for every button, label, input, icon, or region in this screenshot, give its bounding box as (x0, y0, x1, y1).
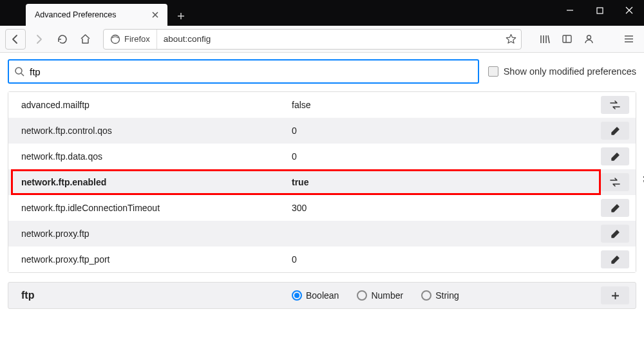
library-icon[interactable] (535, 29, 555, 50)
radio-label: Boolean (306, 290, 339, 301)
browser-tab[interactable]: Advanced Preferences (26, 4, 167, 26)
checkbox-icon (488, 66, 498, 77)
new-tab-button[interactable] (171, 6, 191, 26)
tab-close-icon[interactable] (149, 9, 161, 21)
edit-button[interactable] (601, 199, 629, 217)
radio-icon (292, 290, 302, 301)
add-pref-row: ftp BooleanNumberString (8, 282, 636, 309)
edit-button[interactable] (601, 147, 629, 165)
pref-name: network.ftp.data.qos (8, 151, 292, 162)
add-pref-type-radios: BooleanNumberString (292, 290, 459, 301)
radio-icon (357, 290, 367, 301)
svg-rect-0 (597, 8, 603, 14)
pref-search-box[interactable] (8, 59, 479, 84)
home-button[interactable] (75, 29, 95, 50)
pref-value: 0 (292, 254, 601, 265)
radio-label: Number (371, 290, 403, 301)
pref-row[interactable]: network.ftp.data.qos0 (8, 144, 636, 169)
pref-value: true (292, 177, 601, 187)
add-pref-name: ftp (8, 290, 292, 301)
show-modified-checkbox[interactable]: Show only modified preferences (488, 66, 636, 77)
prefs-table: advanced.mailftpfalsenetwork.ftp.control… (8, 91, 636, 273)
type-radio-string[interactable]: String (421, 290, 459, 301)
pref-row[interactable]: advanced.mailftpfalse (8, 92, 636, 118)
pref-row[interactable]: network.proxy.ftp_port0 (8, 247, 636, 272)
reload-button[interactable] (52, 29, 72, 50)
pref-name: advanced.mailftp (8, 100, 292, 110)
nav-toolbar: Firefox about:config (0, 26, 644, 53)
pref-name: network.proxy.ftp (8, 228, 292, 239)
toggle-button[interactable] (601, 173, 629, 191)
titlebar: Advanced Preferences (0, 0, 644, 26)
svg-point-4 (587, 35, 591, 39)
pref-name: network.ftp.enabled (8, 177, 292, 187)
pref-name: network.ftp.control.qos (8, 126, 292, 136)
pref-row[interactable]: network.proxy.ftp (8, 221, 636, 247)
about-config-content: Show only modified preferences advanced.… (0, 53, 644, 315)
pref-row[interactable]: network.ftp.idleConnectionTimeout300 (8, 195, 636, 221)
pref-value: 300 (292, 203, 601, 213)
hamburger-menu-icon[interactable] (618, 29, 639, 50)
pref-row[interactable]: network.ftp.enabledtrue (8, 169, 636, 195)
window-close-button[interactable] (614, 0, 644, 21)
search-icon (14, 66, 24, 77)
url-text: about:config (157, 34, 500, 44)
pref-value: 0 (292, 151, 601, 162)
edit-button[interactable] (601, 250, 629, 268)
account-icon[interactable] (578, 29, 599, 50)
pref-name: network.ftp.idleConnectionTimeout (8, 203, 292, 213)
pref-name: network.proxy.ftp_port (8, 254, 292, 265)
bookmark-star-icon[interactable] (500, 33, 521, 44)
sidebar-icon[interactable] (556, 29, 577, 50)
radio-label: String (435, 290, 459, 301)
radio-icon (421, 290, 431, 301)
type-radio-number[interactable]: Number (357, 290, 403, 301)
svg-line-6 (21, 73, 24, 76)
minimize-button[interactable] (555, 0, 585, 21)
identity-label: Firefox (124, 34, 150, 44)
firefox-icon (110, 34, 120, 44)
pref-row[interactable]: network.ftp.control.qos0 (8, 118, 636, 144)
pref-search-input[interactable] (24, 66, 473, 77)
edit-button[interactable] (601, 225, 629, 243)
svg-point-5 (15, 68, 22, 74)
identity-box[interactable]: Firefox (104, 30, 157, 49)
forward-button (28, 29, 49, 50)
show-modified-label: Show only modified preferences (504, 66, 636, 77)
pref-value: false (292, 100, 601, 110)
maximize-button[interactable] (585, 0, 614, 21)
back-button[interactable] (5, 29, 26, 50)
svg-rect-2 (563, 35, 571, 42)
window-controls (555, 0, 644, 26)
pref-value: 0 (292, 126, 601, 136)
edit-button[interactable] (601, 122, 629, 140)
toggle-button[interactable] (601, 96, 629, 114)
tab-title: Advanced Preferences (35, 10, 149, 19)
add-pref-button[interactable] (601, 286, 629, 304)
url-bar[interactable]: Firefox about:config (103, 29, 522, 50)
type-radio-boolean[interactable]: Boolean (292, 290, 339, 301)
